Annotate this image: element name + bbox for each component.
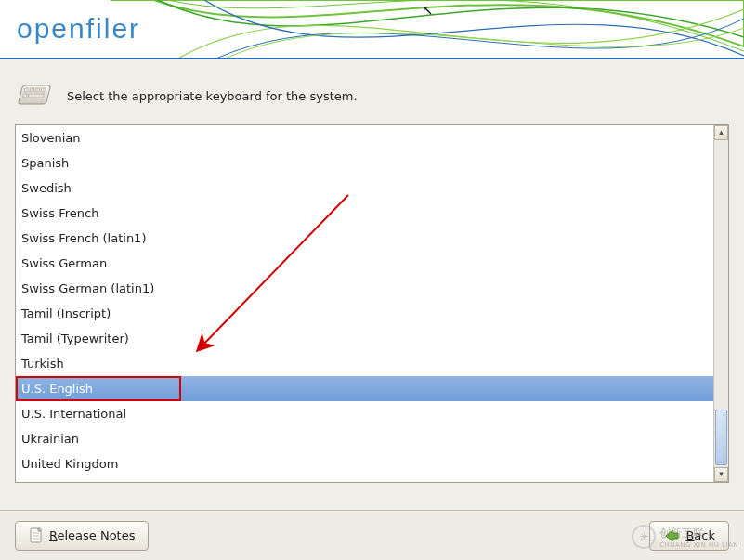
list-item[interactable]: Slovenian [16, 125, 713, 150]
main-content: Select the appropriate keyboard for the … [0, 59, 744, 483]
list-item[interactable]: Ukrainian [16, 426, 713, 451]
watermark: ✳ 创新互联 CHUANG XIN HU LIAN [632, 525, 738, 549]
list-item[interactable]: Swiss French [16, 201, 713, 226]
list-item[interactable]: United Kingdom [16, 451, 713, 476]
svg-rect-3 [35, 88, 40, 92]
scroll-track[interactable] [714, 140, 728, 467]
header: openfiler [0, 0, 744, 59]
prompt-text: Select the appropriate keyboard for the … [67, 89, 358, 103]
watermark-line1: 创新互联 [659, 526, 738, 541]
scroll-down-button[interactable]: ▾ [714, 467, 728, 482]
watermark-line2: CHUANG XIN HU LIAN [659, 541, 738, 549]
list-item[interactable]: Spanish [16, 150, 713, 176]
list-item[interactable]: Swiss French (latin1) [16, 226, 713, 251]
list-item[interactable]: Tamil (Inscript) [16, 301, 713, 326]
keyboard-listbox[interactable]: SlovenianSpanishSwedishSwiss FrenchSwiss… [15, 124, 729, 483]
scroll-up-button[interactable]: ▴ [714, 125, 728, 140]
release-notes-button[interactable]: Release Notes [15, 521, 149, 551]
brand-logo: openfiler [17, 13, 140, 45]
watermark-badge-icon: ✳ [632, 525, 656, 549]
list-item[interactable]: Swiss German (latin1) [16, 276, 713, 301]
svg-rect-5 [22, 94, 27, 98]
svg-rect-1 [24, 88, 29, 92]
release-notes-label: Release Notes [49, 528, 135, 542]
scroll-thumb[interactable] [715, 410, 727, 465]
prompt-row: Select the appropriate keyboard for the … [15, 80, 729, 111]
list-item[interactable]: Swiss German [16, 251, 713, 276]
list-item[interactable]: Tamil (Typewriter) [16, 326, 713, 351]
keyboard-icon [15, 80, 56, 111]
svg-rect-4 [41, 88, 46, 92]
svg-rect-6 [28, 94, 44, 98]
list-item[interactable]: U.S. International [16, 401, 713, 426]
list-item[interactable]: Turkish [16, 351, 713, 376]
scrollbar[interactable]: ▴ ▾ [713, 125, 728, 482]
list-item[interactable]: U.S. English [16, 376, 713, 401]
document-icon [29, 527, 44, 544]
svg-rect-2 [30, 88, 34, 92]
list-item[interactable]: Swedish [16, 176, 713, 201]
